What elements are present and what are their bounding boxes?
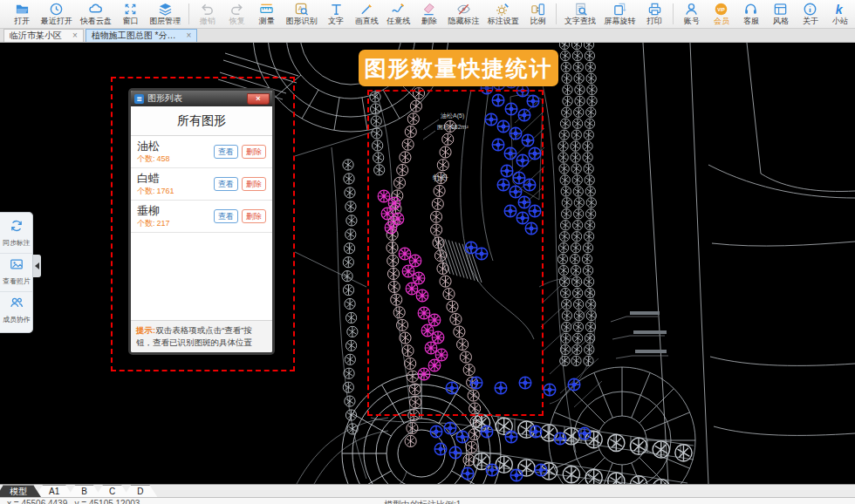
- toolbar-item-ksite[interactable]: k小站: [825, 0, 855, 28]
- toolbar-item-free-line[interactable]: 任意线: [383, 0, 414, 28]
- toolbar-item-layers[interactable]: 图层管理: [146, 0, 185, 28]
- toolbar-separator: [673, 3, 674, 24]
- toolbar-item-draw-line[interactable]: 画直线: [351, 0, 382, 28]
- dialog-titlebar[interactable]: ≣ 图形列表 ×: [131, 91, 272, 106]
- tab-label: 植物施工图总图 *分…: [92, 30, 176, 42]
- cad-canvas[interactable]: 油松A(5)面积:682m²牡丹 图形数量快捷统计 ≣ 图形列表 × 所有图形 …: [0, 43, 855, 484]
- layout-tab-B[interactable]: B: [67, 485, 101, 497]
- close-icon[interactable]: ×: [187, 31, 192, 40]
- layout-tab-A1[interactable]: A1: [35, 485, 73, 497]
- toolbar-item-redo[interactable]: 恢复: [222, 0, 252, 28]
- side-button-label: 成员协作: [3, 315, 30, 324]
- view-button[interactable]: 查看: [214, 145, 238, 159]
- toolbar-item-label: 图层管理: [149, 17, 181, 26]
- toolbar-item-annotation-settings[interactable]: 标注设置: [483, 0, 523, 28]
- toolbar-item-screen-rotate[interactable]: 屏幕旋转: [600, 0, 640, 28]
- svg-text:VIP: VIP: [718, 7, 726, 12]
- toolbar-item-vip[interactable]: VIP会员: [707, 0, 736, 28]
- toolbar-item-folder-open[interactable]: 打开: [7, 0, 37, 28]
- status-bar: x = 45506.4439 , y = 45105.12003 模型中的标注比…: [0, 497, 855, 504]
- toolbar-item-label: 文字查找: [564, 17, 596, 26]
- hide-annotation-icon: [456, 2, 471, 17]
- svg-text:k: k: [836, 3, 844, 17]
- tab-label: 临沂市某小区: [10, 30, 62, 42]
- toolbar-item-label: 测量: [259, 17, 275, 26]
- ksite-icon: k: [832, 2, 847, 17]
- people-icon: [10, 296, 24, 313]
- side-button-people[interactable]: 成员协作: [0, 291, 32, 330]
- toolbar-item-scale[interactable]: 比例: [523, 0, 552, 28]
- toolbar-item-undo[interactable]: 撤销: [193, 0, 222, 28]
- plan-label: 牡丹: [433, 174, 448, 182]
- chevron-left-icon: [35, 262, 39, 269]
- folder-open-icon: [15, 2, 30, 17]
- toolbar-item-style[interactable]: 风格: [766, 0, 796, 28]
- toolbar-item-label: 比例: [530, 17, 545, 26]
- count-label: 个数:: [137, 154, 155, 163]
- side-button-sync[interactable]: 同步标注: [0, 215, 32, 253]
- toolbar-item-eraser[interactable]: 删除: [414, 0, 444, 28]
- count-value: 1761: [157, 187, 174, 195]
- toolbar-item-window[interactable]: 窗口: [116, 0, 146, 28]
- layers-icon: [158, 2, 173, 17]
- toolbar-item-account[interactable]: 账号: [677, 0, 707, 28]
- main-toolbar: 打开最近打开快看云盘窗口图层管理撤销恢复测量A图形识别文字画直线任意线删除隐藏标…: [0, 0, 855, 29]
- dialog-hint: 提示:双击表格项或点击“查看”按钮，查看已识别图斑的具体位置: [131, 320, 272, 352]
- toolbar-item-label: 任意线: [386, 17, 410, 26]
- toolbar-item-clock[interactable]: 最近打开: [37, 0, 76, 28]
- delete-button[interactable]: 删除: [242, 177, 266, 191]
- toolbar-item-label: 删除: [421, 17, 437, 26]
- photo-icon: [10, 257, 24, 275]
- recognize-icon: A: [294, 2, 309, 17]
- toolbar-item-label: 窗口: [123, 17, 139, 26]
- measure-icon: [259, 2, 274, 17]
- tab-document-2[interactable]: 植物施工图总图 *分… ×: [86, 29, 198, 42]
- cloud-icon: [88, 2, 103, 17]
- toolbar-item-label: 打印: [646, 17, 662, 26]
- view-button[interactable]: 查看: [214, 209, 238, 223]
- layout-tab-模型[interactable]: 模型: [0, 485, 41, 497]
- delete-button[interactable]: 删除: [242, 209, 266, 223]
- scale-icon: [530, 2, 545, 17]
- layout-tab-C[interactable]: C: [95, 485, 129, 497]
- toolbar-item-about[interactable]: 关于: [796, 0, 825, 28]
- close-icon[interactable]: ×: [72, 31, 78, 40]
- toolbar-item-headset[interactable]: 客服: [736, 0, 766, 28]
- toolbar-item-text[interactable]: 文字: [321, 0, 351, 28]
- plan-label: 面积:682m²: [436, 124, 469, 131]
- side-button-photo[interactable]: 查看照片: [0, 253, 32, 291]
- list-item[interactable]: 油松 个数:458 查看 删除: [131, 136, 272, 168]
- collapse-panel-button[interactable]: [33, 255, 41, 277]
- print-icon: [647, 2, 662, 17]
- toolbar-item-label: 文字: [328, 17, 344, 26]
- free-line-icon: [391, 2, 406, 17]
- list-item[interactable]: 白蜡 个数:1761 查看 删除: [131, 168, 272, 201]
- text-icon: [329, 2, 344, 17]
- close-button[interactable]: ×: [247, 93, 270, 105]
- style-icon: [773, 2, 788, 17]
- toolbar-item-label: 关于: [803, 17, 818, 26]
- eraser-icon: [421, 2, 436, 17]
- account-icon: [684, 2, 699, 17]
- layout-tab-D[interactable]: D: [123, 485, 157, 497]
- tab-document-1[interactable]: 临沂市某小区 ×: [3, 29, 84, 42]
- toolbar-item-hide-annotation[interactable]: 隐藏标注: [444, 0, 483, 28]
- toolbar-item-label: 标注设置: [488, 17, 519, 26]
- list-item[interactable]: 垂柳 个数:217 查看 删除: [131, 201, 272, 233]
- toolbar-item-label: 图形识别: [285, 17, 317, 26]
- toolbar-item-label: 最近打开: [41, 17, 72, 26]
- cursor-coordinates: x = 45506.4439 , y = 45105.12003: [7, 499, 140, 504]
- plan-label: 油松A(5): [441, 112, 464, 119]
- delete-button[interactable]: 删除: [242, 145, 266, 159]
- toolbar-item-print[interactable]: 打印: [640, 0, 669, 28]
- toolbar-item-measure[interactable]: 测量: [252, 0, 282, 28]
- toolbar-item-cloud[interactable]: 快看云盘: [76, 0, 115, 28]
- sync-icon: [10, 219, 24, 236]
- toolbar-item-label: 画直线: [355, 17, 379, 26]
- graphic-name: 白蜡: [137, 172, 210, 186]
- toolbar-item-recognize[interactable]: A图形识别: [282, 0, 321, 28]
- toolbar-item-find-text[interactable]: 文字查找: [560, 0, 599, 28]
- annotation-settings-icon: [496, 2, 510, 17]
- road-lines: [643, 43, 855, 484]
- view-button[interactable]: 查看: [214, 177, 238, 191]
